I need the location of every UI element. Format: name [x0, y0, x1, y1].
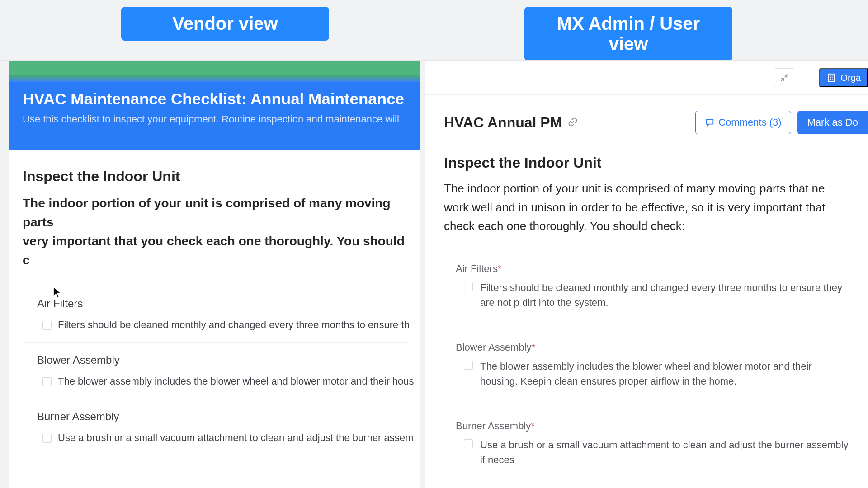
admin-item-description: Use a brush or a small vacuum attachment…: [480, 437, 849, 467]
checkbox-burner-assembly[interactable]: [42, 434, 52, 443]
admin-checkbox-air-filters[interactable]: [464, 282, 473, 291]
admin-checkbox-burner-assembly[interactable]: [464, 439, 473, 448]
building-icon: [826, 73, 836, 83]
admin-item-description: The blower assembly includes the blower …: [480, 359, 849, 389]
admin-item-description: Filters should be cleaned monthly and ch…: [480, 280, 849, 310]
organization-button-label: Orga: [841, 73, 861, 83]
admin-topbar: Orga: [425, 61, 868, 95]
admin-item-title: Burner Assembly*: [456, 420, 849, 432]
admin-section-title: Inspect the Indoor Unit: [444, 155, 849, 171]
admin-checklist-item: Blower Assembly* The blower assembly inc…: [444, 333, 849, 398]
admin-panel: Orga HVAC Annual PM Comments (3) Mark as…: [425, 61, 868, 488]
organization-button[interactable]: Orga: [819, 68, 868, 87]
admin-item-title: Blower Assembly*: [456, 342, 849, 353]
comments-button[interactable]: Comments (3): [695, 111, 791, 134]
admin-heading-text: HVAC Annual PM: [444, 114, 562, 131]
collapse-icon: [780, 73, 789, 82]
admin-heading: HVAC Annual PM: [444, 114, 578, 131]
admin-checkbox-blower-assembly[interactable]: [464, 361, 473, 370]
checklist-item: Burner Assembly Use a brush or a small v…: [23, 399, 407, 455]
checklist-item: Air Filters Filters should be cleaned mo…: [23, 286, 407, 342]
admin-view-label-button[interactable]: MX Admin / User view: [524, 7, 732, 61]
checkbox-blower-assembly[interactable]: [42, 377, 52, 386]
checklist-item: Blower Assembly The blower assembly incl…: [23, 342, 407, 399]
admin-item-title: Air Filters*: [456, 263, 849, 275]
vendor-view-label-button[interactable]: Vendor view: [121, 7, 329, 41]
link-icon[interactable]: [567, 117, 578, 128]
admin-section-intro: The indoor portion of your unit is compr…: [444, 179, 849, 236]
vendor-section-intro: The indoor portion of your unit is compr…: [23, 194, 407, 270]
comment-icon: [705, 117, 715, 127]
mark-done-button[interactable]: Mark as Do: [797, 111, 868, 134]
checklist-item-placeholder: [23, 455, 407, 478]
comments-button-label: Comments (3): [718, 117, 781, 128]
item-description: Use a brush or a small vacuum attachment…: [58, 432, 413, 444]
item-title: Air Filters: [37, 297, 407, 310]
vendor-hero-title: HVAC Maintenance Checklist: Annual Maint…: [23, 90, 407, 108]
vendor-hero-green-bar: [9, 61, 420, 82]
admin-checklist-item: Air Filters* Filters should be cleaned m…: [444, 254, 849, 319]
vendor-section-title: Inspect the Indoor Unit: [23, 168, 407, 185]
item-title: Blower Assembly: [37, 354, 407, 366]
svg-rect-0: [828, 74, 834, 82]
collapse-button[interactable]: [774, 68, 794, 87]
vendor-panel: HVAC Maintenance Checklist: Annual Maint…: [9, 61, 420, 488]
checkbox-air-filters[interactable]: [42, 321, 52, 330]
item-description: Filters should be cleaned monthly and ch…: [58, 319, 410, 331]
admin-checklist-item: Burner Assembly* Use a brush or a small …: [444, 411, 849, 476]
item-title: Burner Assembly: [37, 410, 407, 423]
item-description: The blower assembly includes the blower …: [58, 375, 414, 387]
vendor-hero-subtitle: Use this checklist to inspect your equip…: [23, 113, 407, 125]
vendor-hero: HVAC Maintenance Checklist: Annual Maint…: [9, 82, 420, 150]
